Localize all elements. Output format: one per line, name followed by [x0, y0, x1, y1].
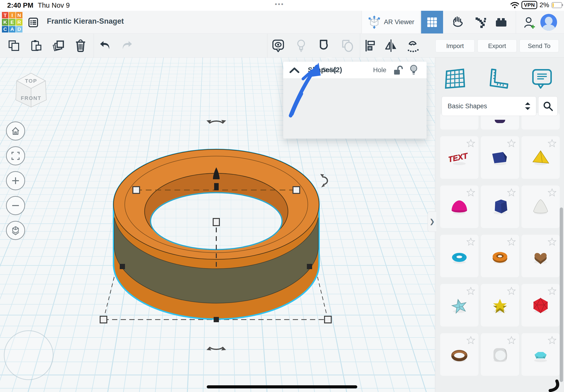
sidebar-scrollbar[interactable]	[560, 208, 563, 382]
app-header: TINKERCAD Frantic Kieran-Snaget AR Viewe…	[0, 11, 564, 34]
ring-shape-icon	[449, 345, 470, 366]
logo-tile: T	[2, 12, 8, 18]
multitask-dots-icon[interactable]: •••	[275, 0, 284, 8]
date: Thu Nov 9	[38, 1, 70, 9]
ruler-tool[interactable]	[485, 66, 511, 92]
hexagonal-prism-shape-icon	[489, 197, 511, 218]
favorite-star-icon[interactable]	[467, 139, 475, 147]
shape-card-cone[interactable]	[522, 185, 560, 228]
sidebar-collapse-tab[interactable]: ❯	[427, 211, 436, 232]
purple-shape-sliver	[495, 120, 505, 123]
notes-tool[interactable]	[528, 66, 555, 92]
design-title[interactable]: Frantic Kieran-Snaget	[47, 17, 124, 26]
shape-card-torus[interactable]	[440, 235, 479, 277]
gem-shape-icon	[530, 345, 551, 366]
paraboloid-shape-icon	[449, 197, 470, 218]
favorite-star-icon[interactable]	[548, 188, 556, 196]
shape-card-icosahedron[interactable]	[522, 284, 560, 326]
favorite-star-icon[interactable]	[467, 287, 475, 295]
cone-shape-icon	[530, 197, 551, 218]
sculpt-hand-button[interactable]	[449, 11, 466, 33]
home-indicator[interactable]	[207, 385, 357, 388]
paste-button[interactable]	[29, 39, 43, 52]
group-button[interactable]	[318, 39, 331, 52]
shape-card-gem[interactable]	[522, 333, 560, 376]
lightbulb-icon[interactable]	[409, 65, 418, 76]
shape-card-tube[interactable]	[481, 235, 519, 277]
thick-star-shape-icon	[489, 295, 511, 317]
avatar[interactable]	[540, 14, 557, 31]
favorite-star-icon[interactable]	[548, 238, 556, 246]
torus-shape-icon	[449, 246, 470, 268]
show-all-button[interactable]	[272, 39, 285, 52]
workspace-grid-button[interactable]	[421, 11, 443, 33]
favorite-star-icon[interactable]	[507, 139, 516, 147]
export-button[interactable]: Export	[478, 40, 517, 52]
unlock-icon[interactable]	[393, 66, 403, 75]
shape-card-box[interactable]	[481, 136, 519, 179]
collapse-chevron-icon[interactable]	[289, 67, 300, 74]
logo-tile: K	[2, 19, 8, 25]
favorite-star-icon[interactable]	[467, 336, 475, 344]
copy-button[interactable]	[7, 39, 21, 52]
wifi-icon	[510, 2, 519, 8]
favorite-star-icon[interactable]	[467, 188, 475, 196]
ar-viewer-button[interactable]: AR Viewer	[362, 11, 420, 33]
align-button[interactable]	[364, 39, 377, 52]
notes-icon	[530, 67, 553, 90]
favorite-star-icon[interactable]	[548, 139, 556, 147]
shape-card-rounded-die[interactable]	[481, 333, 519, 376]
favorite-star-icon[interactable]	[548, 287, 556, 295]
duplicate-button[interactable]	[52, 39, 65, 52]
svg-text:TEXT: TEXT	[449, 151, 469, 164]
undo-button[interactable]	[98, 39, 112, 52]
shape-card-heart[interactable]	[522, 235, 560, 277]
workplane-icon	[443, 67, 466, 90]
battery-icon	[551, 2, 562, 8]
search-shapes-button[interactable]	[538, 96, 558, 116]
shape-card-pyramid[interactable]	[522, 136, 560, 179]
favorite-star-icon[interactable]	[548, 336, 556, 344]
ungroup-button[interactable]	[341, 39, 354, 52]
shape-card-text[interactable]: TEXT	[440, 136, 479, 179]
clock: 2:40 PM	[7, 1, 33, 9]
battery-percent: 2%	[540, 1, 549, 9]
snap-magnet-button[interactable]	[406, 39, 420, 52]
shape-card-hexagonal-prism[interactable]	[481, 185, 519, 228]
edit-toolbar: Import Export Send To	[0, 34, 564, 58]
brick-button[interactable]	[493, 11, 509, 33]
favorite-star-icon[interactable]	[507, 287, 516, 295]
favorite-star-icon[interactable]	[467, 238, 475, 246]
status-bar: 2:40 PM Thu Nov 9 ••• VPN 2%	[0, 0, 564, 11]
icosahedron-shape-icon	[530, 295, 551, 317]
logo-tile: D	[16, 26, 22, 32]
design-list-icon[interactable]	[28, 17, 38, 28]
tinker-lightbulb-button[interactable]	[294, 39, 308, 52]
minecraft-button[interactable]	[472, 11, 489, 33]
heart-shape-icon	[530, 246, 551, 268]
select-arrows-icon	[524, 101, 531, 111]
pickaxe-icon	[474, 15, 487, 29]
redo-button[interactable]	[121, 39, 134, 52]
ar-viewer-label: AR Viewer	[384, 18, 414, 26]
workplane-tool[interactable]	[442, 66, 468, 92]
shape-card-star[interactable]	[440, 284, 479, 326]
shape-card-paraboloid[interactable]	[440, 185, 479, 228]
shape-category-select[interactable]: Basic Shapes	[442, 96, 536, 116]
tinkercad-logo[interactable]: TINKERCAD	[2, 12, 22, 32]
shape-card-thick-star[interactable]	[481, 284, 519, 326]
send-to-button[interactable]: Send To	[520, 40, 559, 52]
hand-icon	[451, 16, 464, 29]
favorite-star-icon[interactable]	[507, 188, 516, 196]
invite-people-button[interactable]	[521, 11, 537, 33]
delete-button[interactable]	[74, 39, 87, 52]
mirror-button[interactable]	[384, 39, 398, 52]
category-value: Basic Shapes	[448, 102, 524, 110]
star-shape-icon	[449, 295, 470, 317]
favorite-star-icon[interactable]	[507, 336, 516, 344]
ar-cube-icon	[368, 15, 381, 29]
import-button[interactable]: Import	[435, 40, 475, 52]
favorite-star-icon[interactable]	[507, 238, 516, 246]
vpn-badge: VPN	[522, 1, 537, 9]
shape-card-ring[interactable]	[440, 333, 479, 376]
